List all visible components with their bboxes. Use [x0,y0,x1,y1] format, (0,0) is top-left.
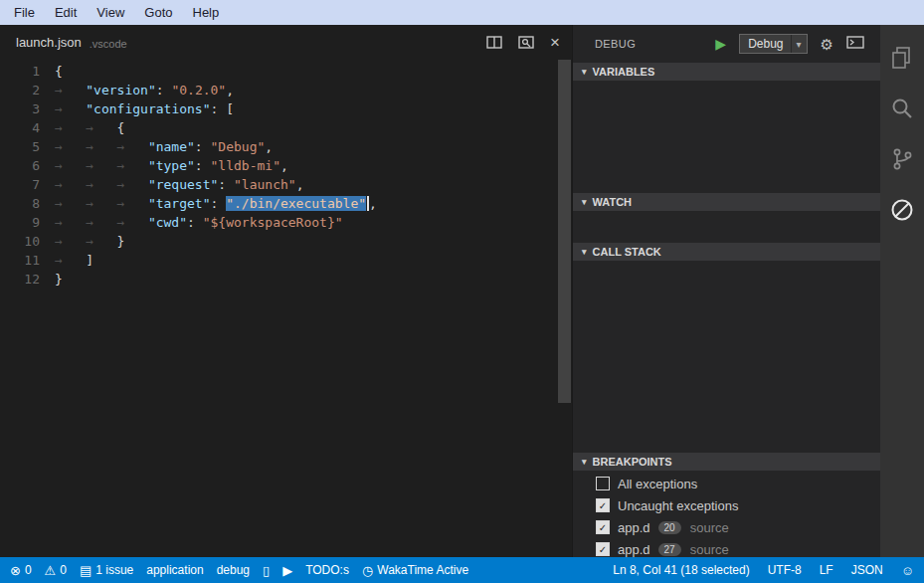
whitespace-arrow: → [55,232,86,251]
chevron-icon: ▾ [582,67,587,77]
code-token: { [117,120,125,135]
explorer-icon[interactable] [880,32,924,83]
code-token: , [265,139,273,154]
todo-indicator[interactable]: TODO:s [305,563,349,577]
debug-toolbar-actions: ▶ Debug ▾ ⚙ [715,34,864,54]
section-breakpoints[interactable]: ▾ BREAKPOINTS [573,453,880,471]
whitespace-arrow: → [86,137,116,156]
debug-panel: DEBUG ▶ Debug ▾ ⚙ ▾ VARIABLES [572,25,880,557]
issues-indicator[interactable]: ▤1 issue [80,563,133,577]
code-line[interactable]: 12} [0,270,572,289]
code-line[interactable]: 11→] [0,251,572,270]
whitespace-arrow: → [86,175,116,194]
line-number[interactable]: 10 [0,232,55,251]
file-icon: ▯ [263,564,270,577]
menu-item-help[interactable]: Help [183,1,230,24]
line-number[interactable]: 12 [0,270,55,289]
breakpoint-label: Uncaught exceptions [618,498,738,513]
editor-scrollbar[interactable] [558,60,571,403]
code-line[interactable]: 10→→} [0,232,572,251]
menu-item-view[interactable]: View [87,1,134,24]
line-number[interactable]: 1 [0,62,55,81]
status-debug[interactable]: debug [217,563,250,577]
chevron-icon: ▾ [582,247,587,257]
code-token: "version" [86,83,155,97]
code-token: "request" [148,177,218,192]
breakpoint-checkbox[interactable]: ✓ [596,520,610,534]
whitespace-arrow: → [55,118,86,137]
line-number[interactable]: 2 [0,81,55,99]
configure-gear-icon[interactable]: ⚙ [821,37,833,52]
menu-item-edit[interactable]: Edit [45,1,87,24]
whitespace-arrow: → [117,156,148,175]
variables-body [573,81,880,193]
code-line[interactable]: 9→→→"cwd": "${workspaceRoot}" [0,213,572,232]
wakatime-indicator[interactable]: ◷WakaTime Active [362,563,468,577]
status-application[interactable]: application [146,563,203,577]
cursor-position[interactable]: Ln 8, Col 41 (18 selected) [613,563,749,577]
warning-indicator[interactable]: ⚠0 [45,563,67,577]
breakpoint-row[interactable]: ✓Uncaught exceptions [573,494,880,516]
line-number[interactable]: 8 [0,194,55,213]
feedback[interactable]: ☺ [901,564,914,577]
call-stack-body [573,261,880,453]
breakpoint-row[interactable]: All exceptions [573,473,880,494]
whitespace-arrow: → [55,213,86,232]
code-line[interactable]: 1{ [0,62,572,81]
error-indicator[interactable]: ⊗0 [10,563,32,577]
file-indicator[interactable]: ▯ [263,564,270,577]
tab-title[interactable]: launch.json [16,35,82,50]
code-line[interactable]: 7→→→"request": "launch", [0,175,572,194]
line-number[interactable]: 6 [0,156,55,175]
search-icon[interactable] [880,83,924,133]
debug-icon[interactable] [880,184,924,235]
status-text: Ln 8, Col 41 (18 selected) [613,563,749,577]
breakpoint-row[interactable]: ✓app.d20source [573,516,880,538]
git-icon[interactable] [880,133,924,184]
line-number[interactable]: 11 [0,251,55,270]
run-indicator[interactable]: ▶ [282,564,292,577]
language-mode[interactable]: JSON [851,563,883,577]
close-icon[interactable]: × [550,34,560,51]
breakpoint-row[interactable]: ✓app.d27source [573,538,880,557]
menu-item-goto[interactable]: Goto [134,1,182,24]
code-token: "configurations" [86,101,210,116]
code-line[interactable]: 8→→→"target": "./bin/executable", [0,194,572,213]
code-area[interactable]: 1{2→"version": "0.2.0",3→"configurations… [0,60,572,557]
section-variables[interactable]: ▾ VARIABLES [573,63,880,81]
breakpoint-checkbox[interactable] [596,477,610,490]
menu-item-file[interactable]: File [4,1,45,24]
line-number[interactable]: 7 [0,175,55,194]
code-lines: 1{2→"version": "0.2.0",3→"configurations… [0,62,572,289]
section-call-stack[interactable]: ▾ CALL STACK [573,243,880,261]
code-token: "0.2.0" [171,83,226,97]
line-number[interactable]: 9 [0,213,55,232]
breakpoint-checkbox[interactable]: ✓ [596,542,610,556]
code-line[interactable]: 2→"version": "0.2.0", [0,81,572,99]
encoding[interactable]: UTF-8 [768,563,802,577]
split-editor-icon[interactable] [486,36,502,49]
code-line[interactable]: 4→→{ [0,118,572,137]
code-token: "lldb-mi" [211,158,280,173]
eol-sequence[interactable]: LF [820,563,833,577]
debug-console-icon[interactable] [846,35,864,53]
line-number[interactable]: 3 [0,99,55,118]
debug-config-dropdown[interactable]: Debug ▾ [739,34,807,54]
application-window: FileEditViewGotoHelp launch.json .vscode… [0,0,924,583]
section-watch[interactable]: ▾ WATCH [573,193,880,211]
line-number[interactable]: 5 [0,137,55,156]
code-token: , [369,196,377,211]
start-debug-button[interactable]: ▶ [715,37,726,51]
code-token: : [195,158,211,173]
code-line[interactable]: 3→"configurations": [ [0,99,572,118]
open-preview-icon[interactable] [518,36,534,49]
code-line[interactable]: 6→→→"type": "lldb-mi", [0,156,572,175]
whitespace-arrow: → [55,99,86,118]
chevron-down-icon: ▾ [791,35,802,53]
line-number[interactable]: 4 [0,118,55,137]
code-line[interactable]: 5→→→"name": "Debug", [0,137,572,156]
breakpoint-detail: source [690,520,729,535]
code-token: : [ [211,101,234,116]
breakpoint-checkbox[interactable]: ✓ [596,498,610,512]
code-token: "cwd" [148,215,187,230]
